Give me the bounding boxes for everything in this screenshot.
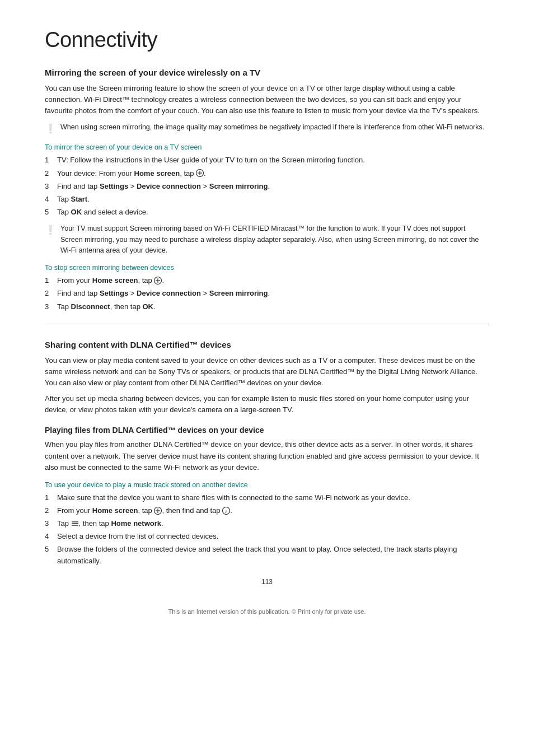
apps-icon-1 — [196, 169, 204, 177]
note1: ❕ When using screen mirroring, the image… — [45, 122, 489, 136]
section2-title: Sharing content with DLNA Certified™ dev… — [45, 340, 489, 349]
step-1-5: Tap OK and select a device. — [45, 207, 489, 218]
step-3-1: Make sure that the device you want to sh… — [45, 492, 489, 503]
music-icon: ♪ — [222, 507, 230, 515]
page-number: 113 — [45, 578, 489, 586]
subsection1-teal-link: To mirror the screen of your device on a… — [45, 143, 489, 151]
step-3-2: From your Home screen, tap , then find a… — [45, 505, 489, 516]
step-2-2: Find and tap Settings > Device connectio… — [45, 288, 489, 299]
section-mirroring: Mirroring the screen of your device wire… — [45, 68, 489, 312]
step-3-5: Browse the folders of the connected devi… — [45, 544, 489, 566]
section2-intro2: After you set up media sharing between d… — [45, 393, 489, 416]
note1-icon: ❕ — [45, 122, 56, 136]
apps-icon-2 — [154, 277, 162, 284]
note2-icon: ❕ — [45, 223, 56, 237]
step-3-3: Tap , then tap Home network. — [45, 518, 489, 529]
page-footer: This is an Internet version of this publ… — [45, 608, 489, 615]
menu-icon — [71, 521, 79, 526]
section-dlna: Sharing content with DLNA Certified™ dev… — [45, 340, 489, 567]
step-3-4: Select a device from the list of connect… — [45, 531, 489, 542]
section2-intro1: You can view or play media content saved… — [45, 355, 489, 389]
subsection2-steps: From your Home screen, tap . Find and ta… — [45, 275, 489, 312]
section-divider-1 — [45, 324, 489, 324]
section2-sub1-intro: When you play files from another DLNA Ce… — [45, 439, 489, 473]
section1-intro: You can use the Screen mirroring feature… — [45, 83, 489, 116]
subsection1-steps: TV: Follow the instructions in the User … — [45, 155, 489, 218]
step-1-2: Your device: From your Home screen, tap … — [45, 168, 489, 179]
subsection3-teal-link: To use your device to play a music track… — [45, 481, 489, 489]
page-title: Connectivity — [45, 28, 489, 52]
step-1-3: Find and tap Settings > Device connectio… — [45, 181, 489, 192]
step-1-4: Tap Start. — [45, 194, 489, 205]
svg-text:♪: ♪ — [225, 508, 228, 514]
subsection2-teal-link: To stop screen mirroring between devices — [45, 264, 489, 272]
section2-sub1-title: Playing files from DLNA Certified™ devic… — [45, 426, 489, 435]
section1-title: Mirroring the screen of your device wire… — [45, 68, 489, 77]
apps-icon-3 — [154, 507, 162, 515]
subsection3-steps: Make sure that the device you want to sh… — [45, 492, 489, 567]
step-2-3: Tap Disconnect, then tap OK. — [45, 301, 489, 312]
note2: ❕ Your TV must support Screen mirroring … — [45, 223, 489, 256]
note2-text: Your TV must support Screen mirroring ba… — [60, 223, 489, 256]
step-1-1: TV: Follow the instructions in the User … — [45, 155, 489, 166]
note1-text: When using screen mirroring, the image q… — [60, 122, 484, 133]
step-2-1: From your Home screen, tap . — [45, 275, 489, 286]
